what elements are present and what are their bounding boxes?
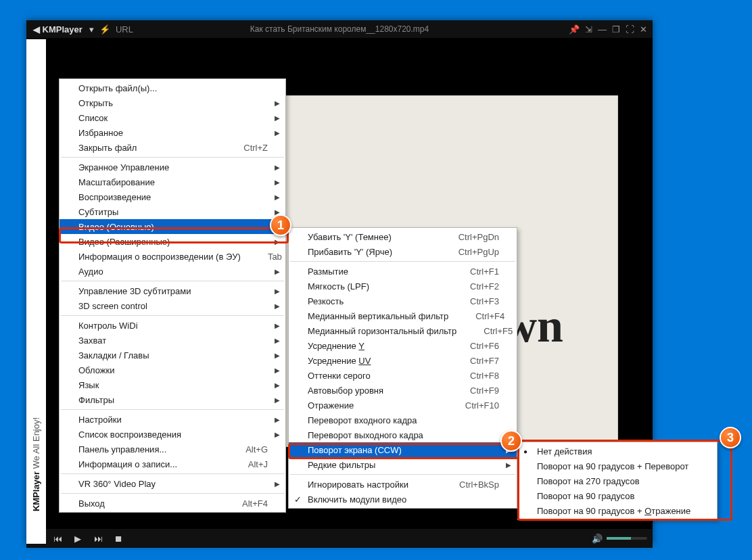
menu-item[interactable]: Субтитры▶ <box>60 204 285 219</box>
menu-item-label: Поворот на 90 градусов + Отражение <box>537 506 690 516</box>
menu-separator <box>61 473 284 474</box>
menu-item[interactable]: РезкостьCtrl+F3 <box>289 294 517 308</box>
app-logo[interactable]: ◀ KMPlayer <box>26 24 89 34</box>
menu-item[interactable]: Медианный вертикальный фильтрCtrl+F4 <box>289 308 517 323</box>
menu-item-label: Закладки / Главы <box>78 350 149 360</box>
menu-item-label: Медианный горизонтальный фильтр <box>308 326 456 336</box>
submenu-arrow-icon: ▶ <box>275 416 280 423</box>
submenu-arrow-icon: ▶ <box>275 302 280 310</box>
prev-icon[interactable]: ⏮ <box>52 534 63 544</box>
menu-shortcut: Tab <box>241 252 282 262</box>
menu-item[interactable]: Автовыбор уровняCtrl+F9 <box>289 383 517 398</box>
menu-item-label: Прибавить 'Y' (Ярче) <box>308 247 392 257</box>
menu-item[interactable]: ✓Включить модули видео <box>289 492 517 507</box>
compact-icon[interactable]: ⇲ <box>585 24 592 34</box>
menu-item[interactable]: Список▶ <box>60 110 285 125</box>
radio-icon: ● <box>523 448 527 455</box>
menu-item[interactable]: Поворот на 90 градусов + Переворот <box>518 459 717 473</box>
menu-item[interactable]: Обложки▶ <box>60 363 285 377</box>
close-icon[interactable]: ✕ <box>640 24 647 34</box>
menu-item[interactable]: Медианный горизонтальный фильтрCtrl+F5 <box>289 323 517 338</box>
url-link[interactable]: URL <box>116 24 133 34</box>
menu-item-label: Захват <box>78 335 106 346</box>
context-menu-rotate: ●Нет действияПоворот на 90 градусов + Пе… <box>517 442 718 520</box>
menu-item[interactable]: VR 360° Video Play▶ <box>60 476 285 491</box>
menu-shortcut: Ctrl+F4 <box>448 311 504 321</box>
menu-item[interactable]: Усреднение UVCtrl+F7 <box>289 353 517 368</box>
menu-item[interactable]: Избранное▶ <box>60 125 285 140</box>
submenu-arrow-icon: ▶ <box>275 480 280 488</box>
menu-item[interactable]: Захват▶ <box>60 333 285 348</box>
menu-item-label: Оттенки серого <box>308 371 371 381</box>
menu-item[interactable]: Закладки / Главы▶ <box>60 348 285 363</box>
submenu-arrow-icon: ▶ <box>275 114 280 122</box>
volume-icon[interactable]: 🔊 <box>592 534 603 544</box>
menu-item[interactable]: Прибавить 'Y' (Ярче)Ctrl+PgUp <box>289 244 517 259</box>
submenu-arrow-icon: ▶ <box>275 193 280 201</box>
next-icon[interactable]: ⏭ <box>93 534 103 544</box>
menu-shortcut: Ctrl+Z <box>216 143 268 153</box>
restore-icon[interactable]: ❐ <box>612 24 620 34</box>
menu-shortcut: Ctrl+F6 <box>443 341 499 351</box>
volume-slider[interactable] <box>607 537 647 540</box>
menu-item-label: Убавить 'Y' (Темнее) <box>308 232 392 242</box>
menu-item[interactable]: Поворот экрана (CCW)▶ <box>289 442 517 457</box>
submenu-arrow-icon: ▶ <box>275 268 280 275</box>
bolt-icon[interactable]: ⚡ <box>99 24 110 34</box>
minimize-icon[interactable]: — <box>598 24 607 34</box>
menu-item-label: Список воспроизведения <box>78 429 181 440</box>
menu-item[interactable]: Открыть▶ <box>60 95 285 110</box>
menu-item[interactable]: Информация о записи...Alt+J <box>60 457 285 471</box>
menu-item[interactable]: Фильтры▶ <box>60 392 285 407</box>
menu-item-label: Открыть файл(ы)... <box>78 83 157 93</box>
menu-item[interactable]: Игнорировать настройкиCtrl+BkSp <box>289 477 517 492</box>
menu-item[interactable]: Контроль WiDi▶ <box>60 318 285 333</box>
pin-icon[interactable]: 📌 <box>569 24 580 34</box>
menu-item[interactable]: 3D screen control▶ <box>60 298 285 313</box>
stop-icon[interactable]: ⏹ <box>113 534 124 544</box>
menu-item[interactable]: Панель управления...Alt+G <box>60 442 285 457</box>
menu-item[interactable]: Масштабирование▶ <box>60 174 285 189</box>
menu-shortcut: Ctrl+F1 <box>443 266 499 277</box>
dropdown-icon[interactable]: ▾ <box>89 24 94 34</box>
menu-item-label: Усреднение UV <box>308 356 371 366</box>
menu-item[interactable]: ОтражениеCtrl+F10 <box>289 398 517 413</box>
menu-item[interactable]: РазмытиеCtrl+F1 <box>289 264 517 279</box>
menu-item[interactable]: Поворот на 90 градусов + Отражение <box>518 503 717 518</box>
menu-item[interactable]: Переворот входного кадра <box>289 413 517 427</box>
menu-item[interactable]: Настройки▶ <box>60 412 285 427</box>
menu-item[interactable]: ●Нет действия <box>518 444 717 459</box>
menu-item[interactable]: Поворот на 90 градусов <box>518 488 717 503</box>
menu-item[interactable]: Список воспроизведения▶ <box>60 427 285 442</box>
fullscreen-icon[interactable]: ⛶ <box>626 24 634 34</box>
menu-shortcut: Alt+F4 <box>215 498 268 509</box>
menu-separator <box>61 157 284 158</box>
step-badge-1: 1 <box>270 214 291 236</box>
menu-item[interactable]: Поворот на 270 градусов <box>518 473 717 488</box>
menu-item[interactable]: Видео (Основные)▶ <box>60 219 285 234</box>
menu-item[interactable]: Закрыть файлCtrl+Z <box>60 140 285 155</box>
menu-item[interactable]: ВыходAlt+F4 <box>60 496 285 511</box>
menu-item[interactable]: Информация о воспроизведении (в ЭУ)Tab <box>60 249 285 264</box>
menu-separator <box>61 281 284 281</box>
menu-item[interactable]: Воспроизведение▶ <box>60 189 285 204</box>
menu-item-label: VR 360° Video Play <box>78 479 156 489</box>
play-icon[interactable]: ▶ <box>72 534 83 544</box>
menu-item[interactable]: Открыть файл(ы)... <box>60 80 285 95</box>
menu-item[interactable]: Аудио▶ <box>60 264 285 279</box>
menu-item-label: Размытие <box>308 266 348 277</box>
menu-item-label: Язык <box>78 380 99 390</box>
menu-item[interactable]: Переворот выходного кадра <box>289 427 517 442</box>
menu-item[interactable]: Редкие фильтры▶ <box>289 457 517 472</box>
menu-item[interactable]: Экранное Управление▶ <box>60 160 285 174</box>
menu-item[interactable]: Видео (Расширенные)▶ <box>60 234 285 249</box>
menu-item[interactable]: Оттенки серогоCtrl+F8 <box>289 368 517 383</box>
menu-item-label: Обложки <box>78 365 114 375</box>
menu-item[interactable]: Мягкость (LPF)Ctrl+F2 <box>289 279 517 294</box>
menu-item-label: Поворот на 270 градусов <box>537 476 640 486</box>
menu-item[interactable]: Усреднение YCtrl+F6 <box>289 338 517 353</box>
menu-item[interactable]: Управление 3D субтитрами▶ <box>60 283 285 298</box>
menu-item[interactable]: Убавить 'Y' (Темнее)Ctrl+PgDn <box>289 229 517 244</box>
submenu-arrow-icon: ▶ <box>275 99 280 107</box>
menu-item[interactable]: Язык▶ <box>60 377 285 392</box>
